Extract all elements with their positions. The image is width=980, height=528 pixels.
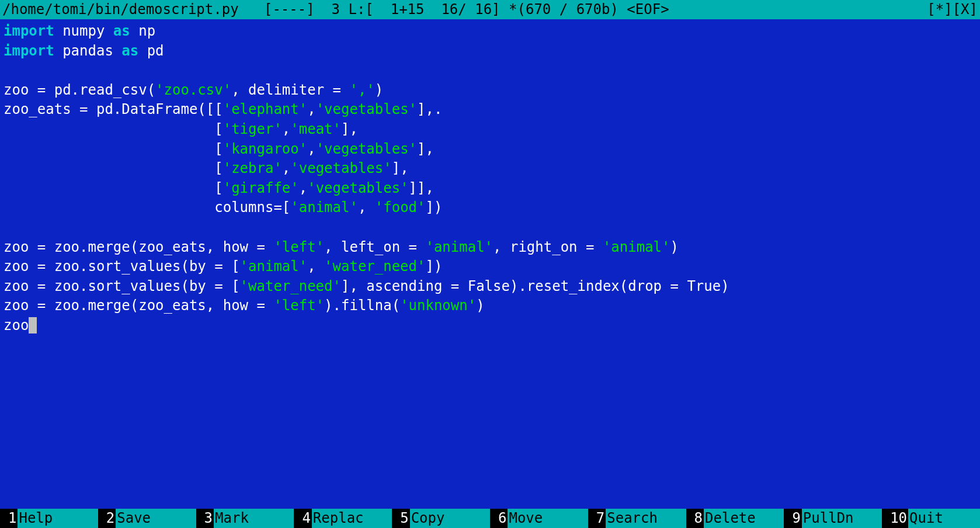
fnkey-label: Move: [508, 509, 588, 528]
eof-marker: <EOF>: [627, 0, 669, 19]
fnkey-number: 2: [98, 509, 116, 528]
code-line[interactable]: ['kangaroo','vegetables'],: [4, 140, 976, 159]
flags: [----]: [264, 0, 315, 19]
file-path: /home/tomi/bin/demoscript.py: [2, 0, 239, 19]
fnkey-number: 8: [686, 509, 704, 528]
fnkey-label: Mark: [214, 509, 294, 528]
fnkey-number: 4: [294, 509, 311, 528]
code-line[interactable]: import numpy as np: [4, 22, 976, 41]
fnkey-move[interactable]: 6Move: [490, 509, 588, 528]
fnkey-label: Delete: [704, 509, 784, 528]
code-line[interactable]: zoo: [4, 316, 976, 336]
code-line[interactable]: zoo = zoo.merge(zoo_eats, how = 'left', …: [4, 238, 976, 258]
editor-area[interactable]: import numpy as npimport pandas as pdzoo…: [0, 19, 980, 509]
fnkey-label: Quit: [908, 509, 980, 528]
fnkey-search[interactable]: 7Search: [588, 509, 686, 528]
fnkey-number: 3: [196, 509, 214, 528]
code-line[interactable]: zoo = zoo.sort_values(by = ['water_need'…: [4, 277, 976, 297]
code-line[interactable]: ['giraffe','vegetables']],: [4, 179, 976, 199]
editor-screen: /home/tomi/bin/demoscript.py [----] 3 L:…: [0, 0, 980, 528]
fnkey-save[interactable]: 2Save: [98, 509, 196, 528]
fnkey-number: 6: [490, 509, 508, 528]
fnkey-label: PullDn: [802, 509, 882, 528]
fnkey-replac[interactable]: 4Replac: [294, 509, 392, 528]
code-line[interactable]: ['zebra','vegetables'],: [4, 159, 976, 179]
fnkey-number: 10: [882, 509, 908, 528]
fnkey-number: 7: [588, 509, 606, 528]
code-line[interactable]: zoo = pd.read_csv('zoo.csv', delimiter =…: [4, 81, 976, 100]
fnkey-quit[interactable]: 10Quit: [882, 509, 980, 528]
fnkey-label: Save: [116, 509, 196, 528]
code-line[interactable]: zoo = zoo.merge(zoo_eats, how = 'left').…: [4, 296, 976, 316]
code-line[interactable]: import pandas as pd: [4, 41, 976, 61]
fnkey-delete[interactable]: 8Delete: [686, 509, 784, 528]
column: 3: [332, 0, 340, 19]
title-bar: /home/tomi/bin/demoscript.py [----] 3 L:…: [0, 0, 980, 19]
fnkey-number: 9: [784, 509, 801, 528]
text-cursor: [29, 317, 37, 334]
code-line[interactable]: columns=['animal', 'food']): [4, 198, 976, 218]
fnkey-mark[interactable]: 3Mark: [196, 509, 294, 528]
line-prefix: L:[: [348, 0, 373, 19]
code-line[interactable]: [4, 61, 976, 81]
fnkey-label: Help: [18, 509, 98, 528]
function-key-bar: 1Help2Save3Mark4Replac5Copy6Move7Search8…: [0, 509, 980, 528]
modified-flag: [*]: [927, 0, 952, 19]
bytes: *(670 / 670b): [509, 0, 618, 19]
fnkey-pulldn[interactable]: 9PullDn: [784, 509, 882, 528]
code-line[interactable]: zoo_eats = pd.DataFrame([['elephant','ve…: [4, 100, 976, 120]
fnkey-copy[interactable]: 5Copy: [392, 509, 490, 528]
fnkey-label: Search: [606, 509, 686, 528]
spacer: [239, 0, 264, 19]
fnkey-help[interactable]: 1Help: [0, 509, 98, 528]
code-line[interactable]: [4, 218, 976, 238]
code-line[interactable]: ['tiger','meat'],: [4, 120, 976, 140]
line-pos: 16/ 16]: [441, 0, 500, 19]
encoding-flag: [X]: [953, 0, 978, 19]
code-line[interactable]: zoo = zoo.sort_values(by = ['animal', 'w…: [4, 257, 976, 277]
fnkey-label: Replac: [312, 509, 392, 528]
scroll-pos: 1+15: [391, 0, 425, 19]
fnkey-number: 5: [392, 509, 409, 528]
fnkey-label: Copy: [410, 509, 490, 528]
fnkey-number: 1: [0, 509, 18, 528]
